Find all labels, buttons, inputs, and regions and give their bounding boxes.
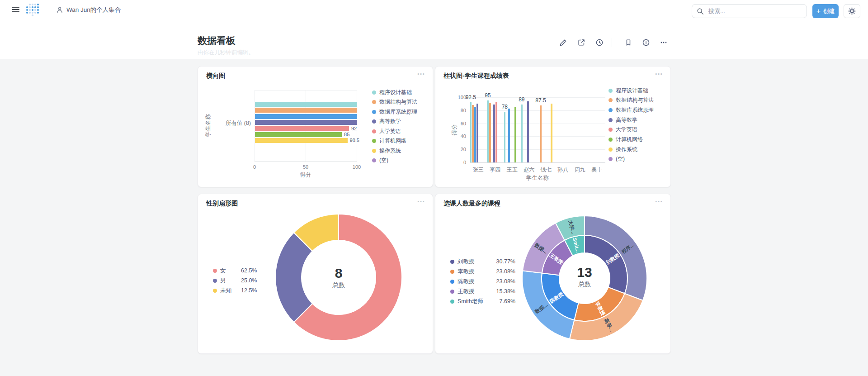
legend-swatch-icon xyxy=(450,260,454,264)
legend-label: 高等数学 xyxy=(616,116,637,124)
share-icon[interactable] xyxy=(577,38,585,47)
legend-value: 23.08% xyxy=(493,278,515,285)
bar[interactable] xyxy=(540,105,542,162)
legend-label: 数据结构与算法 xyxy=(616,96,654,104)
legend-item[interactable]: 高等数学 xyxy=(609,116,637,124)
legend-item[interactable]: 未知12.5% xyxy=(213,286,257,295)
value-label: 92 xyxy=(351,126,357,131)
legend-label: 程序设计基础 xyxy=(379,89,412,96)
bookmark-icon[interactable] xyxy=(624,38,632,47)
bar[interactable] xyxy=(495,102,497,162)
card-title[interactable]: 性别扇形图 xyxy=(206,200,238,208)
card-menu-button[interactable]: … xyxy=(417,67,425,77)
settings-button[interactable] xyxy=(844,4,860,18)
bar[interactable] xyxy=(487,100,489,162)
legend-item[interactable]: 数据结构与算法 xyxy=(609,96,654,105)
legend-item[interactable]: 程序设计基础 xyxy=(372,88,412,96)
legend-item[interactable]: 操作系统 xyxy=(372,147,401,155)
divider xyxy=(612,38,612,47)
legend-item[interactable]: 数据结构与算法 xyxy=(372,98,417,106)
legend-item[interactable]: 计算机网络 xyxy=(609,136,643,144)
legend-item[interactable]: 计算机网络 xyxy=(372,137,406,145)
sunburst-chart: 刘教授程序...李教授高等...陈教授数据...王教授数据...Smit...大… xyxy=(519,213,650,344)
app-logo-icon[interactable] xyxy=(25,2,41,17)
legend-item[interactable]: 刘教授30.77% xyxy=(450,257,515,266)
legend-label: 李教授 xyxy=(458,268,493,276)
search-input[interactable] xyxy=(708,7,802,15)
bar[interactable] xyxy=(489,103,491,162)
more-menu-icon[interactable] xyxy=(660,38,668,47)
bar[interactable] xyxy=(474,107,476,162)
legend-item[interactable]: (空) xyxy=(609,155,625,163)
breadcrumb[interactable]: Wan Jun的个人集合 xyxy=(56,6,121,14)
x-axis-title: 学生名称 xyxy=(470,174,605,182)
legend-item[interactable]: 高等数学 xyxy=(372,118,401,126)
create-button[interactable]: + 创建 xyxy=(812,4,839,18)
bar[interactable] xyxy=(493,105,495,162)
card-title[interactable]: 选课人数最多的课程 xyxy=(443,200,500,208)
bar[interactable] xyxy=(255,126,349,131)
edit-pencil-icon[interactable] xyxy=(559,38,567,47)
bar[interactable] xyxy=(255,120,357,125)
legend-item[interactable]: 女62.5% xyxy=(213,267,257,275)
axis-tick: 赵六 xyxy=(521,166,538,174)
legend-label: 女 xyxy=(220,267,241,275)
card-title[interactable]: 横向图 xyxy=(206,72,225,80)
value-label: 78 xyxy=(495,104,514,110)
legend-swatch-icon xyxy=(372,158,376,162)
legend-swatch-icon xyxy=(609,89,613,93)
bar[interactable] xyxy=(255,132,342,137)
legend-swatch-icon xyxy=(372,90,376,95)
bar[interactable] xyxy=(514,107,516,162)
legend-item[interactable]: 大学英语 xyxy=(372,127,401,135)
sidebar-toggle-icon[interactable] xyxy=(12,7,19,13)
bar[interactable] xyxy=(521,105,523,162)
bar[interactable] xyxy=(255,108,357,113)
legend-item[interactable]: 大学英语 xyxy=(609,126,637,134)
bar[interactable] xyxy=(472,105,474,162)
search-box[interactable] xyxy=(692,4,807,18)
legend-item[interactable]: 操作系统 xyxy=(609,145,637,153)
gear-icon xyxy=(848,7,856,15)
legend-item[interactable]: 陈教授23.08% xyxy=(450,277,515,286)
legend-item[interactable]: 男25.0% xyxy=(213,276,257,285)
card-menu-button[interactable]: … xyxy=(655,195,663,205)
bar[interactable] xyxy=(476,104,478,162)
bar[interactable] xyxy=(551,104,552,162)
bar[interactable] xyxy=(508,109,510,162)
collection-name: Wan Jun的个人集合 xyxy=(66,6,121,14)
legend-swatch-icon xyxy=(450,290,454,294)
legend-label: 陈教授 xyxy=(458,278,493,286)
bar[interactable] xyxy=(527,101,529,162)
legend-label: 程序设计基础 xyxy=(616,87,648,95)
legend-item[interactable]: 程序设计基础 xyxy=(609,86,648,95)
donut-chart xyxy=(271,209,406,345)
legend-value: 25.0% xyxy=(241,277,257,284)
x-axis-title: 得分 xyxy=(255,171,357,179)
axis-tick: 60 xyxy=(448,121,466,126)
card-title[interactable]: 柱状图-学生课程成绩表 xyxy=(443,72,509,80)
legend-swatch-icon xyxy=(372,119,376,124)
bar[interactable] xyxy=(504,112,506,162)
legend-item[interactable]: 数据库系统原理 xyxy=(609,106,654,114)
legend-label: 大学英语 xyxy=(616,126,637,133)
card-menu-button[interactable]: … xyxy=(655,67,663,77)
legend-item[interactable]: 王教授15.38% xyxy=(450,287,515,295)
bar[interactable] xyxy=(470,102,472,162)
history-clock-icon[interactable] xyxy=(595,38,604,47)
legend-value: 7.69% xyxy=(493,298,515,305)
legend-swatch-icon xyxy=(609,157,613,161)
info-icon[interactable] xyxy=(642,38,650,47)
value-label: 95 xyxy=(478,92,498,99)
legend-item[interactable]: Smith老师7.69% xyxy=(450,297,515,305)
legend-item[interactable]: 李教授23.08% xyxy=(450,267,515,276)
legend-item[interactable]: 数据库系统原理 xyxy=(372,108,417,116)
bar[interactable] xyxy=(255,138,348,143)
search-icon xyxy=(697,8,704,15)
bar[interactable] xyxy=(255,102,357,107)
legend-swatch-icon xyxy=(609,138,613,142)
legend-item[interactable]: (空) xyxy=(372,157,388,165)
bar[interactable] xyxy=(255,114,357,119)
axis-tick: 吴十 xyxy=(589,166,606,174)
card-menu-button[interactable]: … xyxy=(417,195,425,205)
